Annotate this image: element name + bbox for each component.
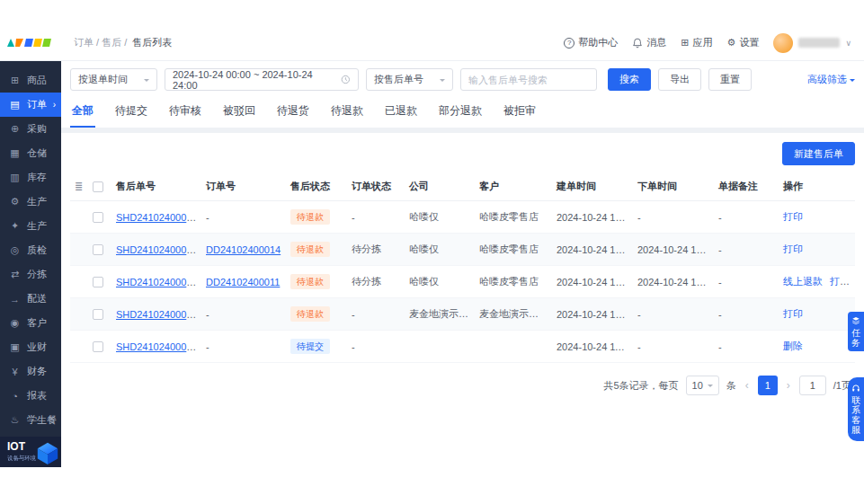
iot-subtitle: 设备与环境 xyxy=(7,454,36,462)
breadcrumb-prefix[interactable]: 订单 / 售后 / xyxy=(74,37,127,48)
cell-order-time: 2024-10-24 15:03 xyxy=(633,234,714,266)
order-id-link[interactable]: DD24102400011 xyxy=(206,277,280,287)
table-row: SHD24102400001 - 待提交 - 2024-10-24 11:39 … xyxy=(70,331,855,363)
settings-button[interactable]: ⚙ 设置 xyxy=(727,36,760,49)
sidebar-item-0[interactable]: ⊞ 商品 xyxy=(0,68,61,93)
current-page-button[interactable]: 1 xyxy=(758,376,778,395)
column-header-1: 订单号 xyxy=(201,172,286,201)
column-header-4: 公司 xyxy=(405,172,475,201)
row-action-link[interactable]: 打印 xyxy=(783,211,803,222)
table-row: SHD24102400004 DD24102400014 待退款 待分拣 哈喽仅… xyxy=(70,234,855,266)
user-name-blurred xyxy=(798,38,840,48)
table-config-icon[interactable]: ≣ xyxy=(75,181,83,191)
cell-order-status: - xyxy=(347,298,405,331)
sidebar-item-label: 采购 xyxy=(27,122,47,136)
sidebar-item-icon: ◉ xyxy=(9,317,21,329)
after-sale-id-link[interactable]: SHD24102400003 xyxy=(116,277,198,287)
sidebar-item-1[interactable]: ▤ 订单 xyxy=(0,93,61,117)
tab-8[interactable]: 被拒审 xyxy=(502,100,538,128)
page-jump-input[interactable] xyxy=(799,376,826,395)
tab-2[interactable]: 待审核 xyxy=(167,100,203,128)
row-action-link[interactable]: 删除 xyxy=(783,340,803,351)
row-checkbox[interactable] xyxy=(93,244,103,255)
number-type-select[interactable]: 按售后单号 xyxy=(366,68,453,91)
tab-3[interactable]: 被驳回 xyxy=(221,100,257,128)
row-checkbox[interactable] xyxy=(93,341,103,352)
sidebar-menu: ⊞ 商品 ▤ 订单 ⊕ 采购 ▦ 仓储 ▥ 库存 ⚙ 生产 ✦ 生产 ◎ 质检 … xyxy=(0,61,61,437)
sidebar-item-icon: ⚙ xyxy=(9,196,21,208)
cell-status: 待退款 xyxy=(286,298,347,331)
tab-6[interactable]: 已退款 xyxy=(383,100,419,128)
table-toolbar: 新建售后单 xyxy=(70,142,855,165)
row-action-link[interactable]: 打印 xyxy=(783,243,803,254)
bell-icon xyxy=(632,38,643,49)
sidebar-item-11[interactable]: ▣ 业财 xyxy=(0,335,61,359)
page-size-select[interactable]: 10 xyxy=(686,376,719,395)
sidebar-iot-badge[interactable]: IOT 设备与环境 xyxy=(0,437,61,467)
row-action-link[interactable]: 打印 xyxy=(830,276,850,287)
select-all-checkbox[interactable] xyxy=(93,181,103,192)
tab-1[interactable]: 待提交 xyxy=(113,100,149,128)
advanced-filter-link[interactable]: 高级筛选 xyxy=(807,73,855,86)
search-input[interactable] xyxy=(460,68,597,91)
avatar xyxy=(773,33,793,53)
row-checkbox[interactable] xyxy=(93,212,103,223)
tab-0[interactable]: 全部 xyxy=(70,100,95,128)
pagination-total: 共5条记录，每页 xyxy=(603,379,678,393)
sidebar-item-label: 商品 xyxy=(27,74,47,87)
sidebar-item-4[interactable]: ▥ 库存 xyxy=(0,165,61,190)
status-tabs: 全部待提交待审核被驳回待退货待退款已退款部分退款被拒审 xyxy=(70,100,855,128)
new-after-sale-button[interactable]: 新建售后单 xyxy=(782,142,855,165)
row-checkbox[interactable] xyxy=(93,277,103,287)
apps-button[interactable]: ⊞ 应用 xyxy=(681,36,712,49)
export-button[interactable]: 导出 xyxy=(658,68,701,91)
sidebar-item-icon: ⇄ xyxy=(9,269,21,280)
apps-grid-icon: ⊞ xyxy=(681,38,689,48)
task-floating-button[interactable]: 任务 xyxy=(848,312,864,351)
sidebar-item-3[interactable]: ▦ 仓储 xyxy=(0,141,61,165)
sidebar-item-label: 订单 xyxy=(27,98,47,111)
cell-actions: 打印 xyxy=(779,201,855,234)
cell-created-time: 2024-10-24 11:39 xyxy=(552,331,633,363)
iot-cube-icon xyxy=(35,440,60,465)
cell-order-status: - xyxy=(347,201,405,234)
order-id-link[interactable]: DD24102400014 xyxy=(206,244,281,255)
user-menu[interactable]: ∨ xyxy=(773,33,851,53)
help-center-button[interactable]: ? 帮助中心 xyxy=(564,36,618,49)
status-badge: 待提交 xyxy=(290,339,330,354)
tab-5[interactable]: 待退款 xyxy=(329,100,365,128)
sidebar-item-9[interactable]: → 配送 xyxy=(0,287,61,311)
time-type-select[interactable]: 按退单时间 xyxy=(70,68,157,91)
after-sale-id-link[interactable]: SHD24102400002 xyxy=(116,309,198,320)
sidebar-item-2[interactable]: ⊕ 采购 xyxy=(0,117,61,141)
after-sale-id-link[interactable]: SHD24102400001 xyxy=(116,341,198,352)
customer-service-floating-button[interactable]: 联系客服 xyxy=(848,377,864,441)
row-action-link[interactable]: 线上退款 xyxy=(783,276,823,287)
cell-actions: 线上退款打印 xyxy=(779,266,855,298)
messages-button[interactable]: 消息 xyxy=(632,36,666,49)
after-sale-id-link[interactable]: SHD24102400004 xyxy=(116,244,198,255)
sidebar-item-8[interactable]: ⇄ 分拣 xyxy=(0,262,61,287)
tab-7[interactable]: 部分退款 xyxy=(437,100,484,128)
filter-row: 按退单时间 2024-10-24 00:00 ~ 2024-10-24 24:0… xyxy=(70,68,855,91)
column-header-7: 下单时间 xyxy=(633,172,714,201)
sidebar-item-10[interactable]: ◉ 客户 xyxy=(0,311,61,335)
task-label: 任务 xyxy=(851,328,861,348)
sidebar-item-6[interactable]: ✦ 生产 xyxy=(0,214,61,238)
sidebar-item-12[interactable]: ¥ 财务 xyxy=(0,359,61,384)
search-button[interactable]: 搜索 xyxy=(608,68,651,91)
after-sale-id-link[interactable]: SHD24102400005 xyxy=(116,212,198,223)
next-page-button[interactable]: › xyxy=(785,379,792,392)
sidebar-item-5[interactable]: ⚙ 生产 xyxy=(0,190,61,214)
reset-button[interactable]: 重置 xyxy=(708,68,752,91)
sidebar-item-7[interactable]: ◎ 质检 xyxy=(0,238,61,262)
tab-4[interactable]: 待退货 xyxy=(275,100,311,128)
date-range-picker[interactable]: 2024-10-24 00:00 ~ 2024-10-24 24:00 xyxy=(165,68,359,91)
chevron-down-icon xyxy=(440,79,445,84)
sidebar-item-13[interactable]: ◔ 报表 xyxy=(0,384,61,408)
prev-page-button[interactable]: ‹ xyxy=(744,379,751,392)
sidebar-item-14[interactable]: ♨ 学生餐 xyxy=(0,408,61,432)
row-action-link[interactable]: 打印 xyxy=(783,308,803,319)
cell-created-time: 2024-10-24 12:10 xyxy=(552,298,633,331)
row-checkbox[interactable] xyxy=(93,309,103,320)
